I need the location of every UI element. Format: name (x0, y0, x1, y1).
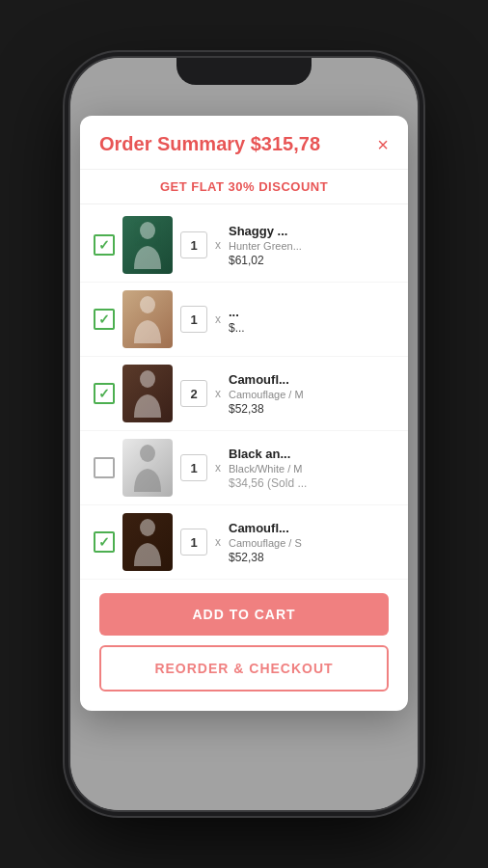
item-5-price: $52,38 (229, 551, 394, 564)
item-4-checkbox[interactable] (94, 457, 115, 478)
item-4-qty[interactable]: 1 (180, 454, 207, 481)
table-row: 1 x ... $... (80, 283, 408, 357)
item-4-name: Black an... (229, 447, 394, 461)
item-3-name: Camoufl... (229, 372, 394, 387)
svg-point-0 (140, 222, 155, 239)
add-to-cart-button[interactable]: ADD TO CART (99, 593, 389, 636)
item-1-name: Shaggy ... (229, 224, 394, 238)
item-1-checkbox[interactable] (94, 234, 115, 256)
item-5-variant: Camouflage / S (229, 537, 394, 549)
item-4-info: Black an... Black/White / M $34,56 (Sold… (229, 447, 394, 490)
svg-point-4 (140, 519, 155, 536)
phone-screen: Payment Status Pending Fulfillment Statu… (70, 58, 418, 810)
reorder-checkout-button[interactable]: REORDER & CHECKOUT (99, 645, 389, 692)
item-5-name: Camoufl... (229, 521, 394, 535)
table-row: 1 x Camoufl... Camouflage / S $52,38 (80, 505, 408, 580)
item-2-checkbox[interactable] (94, 309, 115, 330)
item-3-info: Camoufl... Camouflage / M $52,38 (229, 372, 394, 416)
item-3-checkbox[interactable] (94, 383, 115, 404)
item-5-image (122, 513, 173, 571)
item-3-image (122, 365, 173, 422)
table-row: 1 x Shaggy ... Hunter Green... $61,02 (80, 208, 408, 283)
phone-frame: Payment Status Pending Fulfillment Statu… (70, 58, 418, 810)
item-5-info: Camoufl... Camouflage / S $52,38 (229, 521, 394, 564)
button-area: ADD TO CART REORDER & CHECKOUT (80, 583, 408, 695)
item-5-checkbox[interactable] (94, 531, 115, 553)
item-4-price: $34,56 (Sold ... (229, 476, 394, 490)
item-4-image (122, 439, 173, 497)
svg-point-1 (140, 296, 155, 313)
phone-notch (176, 58, 312, 85)
item-5-qty[interactable]: 1 (180, 529, 207, 556)
item-1-image (122, 216, 173, 274)
table-row: 2 x Camoufl... Camouflage / M $52,38 (80, 357, 408, 431)
item-2-info: ... $... (229, 305, 394, 335)
order-summary-modal: Order Summary $315,78 × GET FLAT 30% DIS… (80, 116, 408, 711)
close-button[interactable]: × (377, 135, 389, 154)
item-4-variant: Black/White / M (229, 463, 394, 475)
item-2-name: ... (229, 305, 394, 319)
product-list: 1 x Shaggy ... Hunter Green... $61,02 (80, 204, 408, 583)
table-row: 1 x Black an... Black/White / M $34,56 (… (80, 431, 408, 505)
modal-overlay: Order Summary $315,78 × GET FLAT 30% DIS… (70, 58, 418, 810)
modal-header: Order Summary $315,78 × (80, 116, 408, 170)
item-3-price: $52,38 (229, 402, 394, 416)
item-1-qty[interactable]: 1 (180, 231, 207, 258)
modal-title: Order Summary $315,78 (99, 133, 320, 155)
item-2-price: $... (229, 321, 394, 335)
discount-banner: GET FLAT 30% DISCOUNT (80, 170, 408, 204)
item-1-price: $61,02 (229, 254, 394, 267)
item-1-variant: Hunter Green... (229, 240, 394, 252)
item-1-info: Shaggy ... Hunter Green... $61,02 (229, 224, 394, 267)
item-3-variant: Camouflage / M (229, 389, 394, 400)
item-2-qty[interactable]: 1 (180, 306, 207, 333)
item-2-image (122, 290, 173, 348)
svg-point-3 (140, 445, 155, 462)
item-3-qty[interactable]: 2 (180, 380, 207, 407)
svg-point-2 (140, 370, 155, 388)
